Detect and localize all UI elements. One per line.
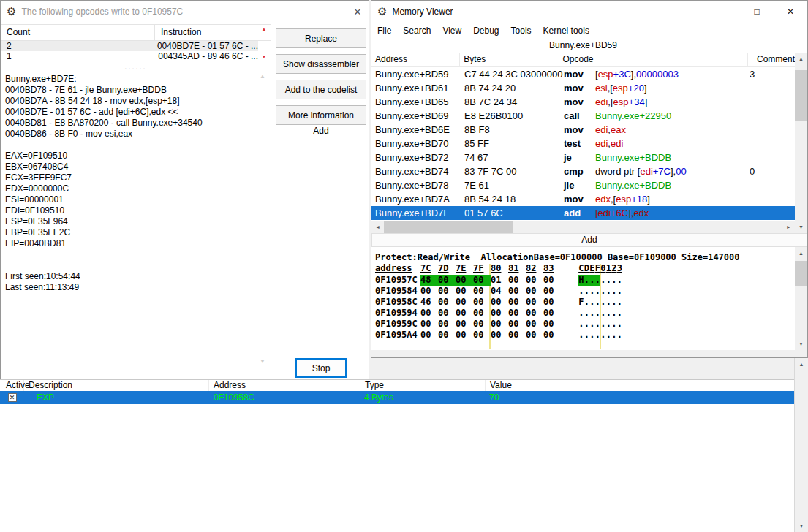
opcode-list-row[interactable]: 20040BD7E - 01 57 6C - ... xyxy=(1,41,258,51)
column-header-address[interactable]: Address xyxy=(371,53,460,66)
active-checkbox[interactable]: ✕ xyxy=(8,393,17,402)
opcode-list-row[interactable]: 1004345AD - 89 46 6C - ... xyxy=(1,51,258,61)
add-bar-button[interactable]: Add xyxy=(371,233,807,247)
hex-byte[interactable]: 00 xyxy=(491,297,508,308)
scroll-up-icon[interactable]: ▲ xyxy=(796,358,808,370)
hex-byte[interactable]: 00 xyxy=(473,319,491,330)
hex-byte[interactable]: 00 xyxy=(438,275,456,286)
hex-byte[interactable]: 00 xyxy=(526,297,543,308)
hex-byte[interactable]: 01 xyxy=(491,275,508,286)
maximize-icon[interactable]: □ xyxy=(740,1,774,23)
hex-byte[interactable]: 00 xyxy=(473,286,491,297)
hex-byte[interactable]: 00 xyxy=(456,275,473,286)
hex-byte[interactable]: 00 xyxy=(543,330,561,341)
menu-item-kernel-tools[interactable]: Kernel tools xyxy=(537,23,595,39)
hex-view[interactable]: Protect:Read/Write AllocationBase=0F1000… xyxy=(371,247,795,350)
hex-ascii[interactable]: ........ xyxy=(578,308,622,319)
hex-byte[interactable]: 00 xyxy=(508,286,526,297)
hex-ascii[interactable]: H....... xyxy=(578,275,622,286)
hex-byte[interactable]: 00 xyxy=(526,286,543,297)
hex-byte[interactable]: 48 xyxy=(420,275,438,286)
hex-byte[interactable]: 00 xyxy=(491,319,508,330)
close-icon[interactable]: ✕ xyxy=(774,1,807,23)
menu-item-view[interactable]: View xyxy=(437,23,467,39)
hex-byte[interactable]: 00 xyxy=(491,330,508,341)
main-list-scrollbar[interactable]: ▲ ▼ xyxy=(794,358,808,532)
column-header-instruction[interactable]: Instruction xyxy=(154,25,271,40)
hex-byte[interactable]: 04 xyxy=(491,286,508,297)
hex-byte[interactable]: 00 xyxy=(456,308,473,319)
hex-byte[interactable]: 00 xyxy=(473,275,491,286)
disasm-horizontal-scrollbar[interactable]: ◄ ► xyxy=(371,221,795,233)
hex-byte[interactable]: 00 xyxy=(473,297,491,308)
column-header-type[interactable]: Type xyxy=(360,380,486,391)
hex-ascii[interactable]: ........ xyxy=(578,330,622,341)
column-header-comment[interactable]: Comment xyxy=(748,53,795,66)
show-disassembler-button[interactable]: Show disassembler xyxy=(276,54,366,74)
scroll-down-icon[interactable]: ▼ xyxy=(795,338,807,350)
disasm-row[interactable]: Bunny.exe+BD69E8 E26B0100callBunny.exe+2… xyxy=(371,109,795,123)
hex-byte[interactable]: 00 xyxy=(526,330,543,341)
disasm-row[interactable]: Bunny.exe+BD59C7 44 24 3C 03000000mov[es… xyxy=(371,67,795,81)
column-header-count[interactable]: Count xyxy=(1,25,154,40)
disasm-row[interactable]: Bunny.exe+BD6E8B F8movedi,eax xyxy=(371,123,795,137)
disasm-row[interactable]: Bunny.exe+BD7085 FFtestedi,edi xyxy=(371,137,795,151)
disasm-row[interactable]: Bunny.exe+BD787E 61jleBunny.exe+BDDB xyxy=(371,178,795,192)
menu-item-search[interactable]: Search xyxy=(397,23,437,39)
hex-byte[interactable]: 00 xyxy=(438,330,456,341)
hex-byte[interactable]: 00 xyxy=(543,297,561,308)
scrollbar-thumb[interactable] xyxy=(384,221,513,233)
opcode-table-scrollbar[interactable]: ▲ ▼ xyxy=(258,26,270,61)
scrollbar-thumb[interactable] xyxy=(795,261,807,286)
hex-byte[interactable]: 00 xyxy=(508,330,526,341)
hex-byte[interactable]: 00 xyxy=(543,319,561,330)
scrollbar-thumb[interactable] xyxy=(795,70,807,121)
scroll-down-icon[interactable]: ▼ xyxy=(796,520,808,532)
hex-byte[interactable]: 00 xyxy=(526,275,543,286)
scroll-up-icon[interactable]: ▲ xyxy=(795,53,807,65)
add-to-codelist-button[interactable]: Add to the codelist xyxy=(276,80,366,99)
hex-ascii[interactable]: F....... xyxy=(578,297,622,308)
address-list-row[interactable]: ✕ EXP 0F10958C 4 Bytes 70 xyxy=(0,391,794,404)
hex-byte[interactable]: 00 xyxy=(508,319,526,330)
close-icon[interactable]: ✕ xyxy=(347,1,369,23)
column-header-description[interactable]: Description xyxy=(24,380,209,391)
disasm-row[interactable]: Bunny.exe+BD618B 74 24 20movesi,[esp+20] xyxy=(371,81,795,95)
scroll-up-icon[interactable]: ▲ xyxy=(262,26,267,33)
disasm-row[interactable]: Bunny.exe+BD7274 67jeBunny.exe+BDDB xyxy=(371,151,795,164)
scrollbar-track[interactable] xyxy=(384,221,782,233)
hex-byte[interactable]: 00 xyxy=(420,330,438,341)
detail-scroll-up-icon[interactable]: ▲ xyxy=(260,73,265,80)
hex-byte[interactable]: 00 xyxy=(438,297,456,308)
disasm-row[interactable]: Bunny.exe+BD7E01 57 6Cadd[edi+6C],edx xyxy=(371,206,795,220)
title-bar[interactable]: ⚙ Memory Viewer – □ ✕ xyxy=(371,1,807,23)
scroll-up-icon[interactable]: ▲ xyxy=(795,247,807,259)
disasm-row[interactable]: Bunny.exe+BD658B 7C 24 34movedi,[esp+34] xyxy=(371,95,795,109)
menu-item-tools[interactable]: Tools xyxy=(505,23,537,39)
hex-byte[interactable]: 00 xyxy=(420,286,438,297)
hex-byte[interactable]: 00 xyxy=(438,308,456,319)
hex-byte[interactable]: 00 xyxy=(420,319,438,330)
hex-byte[interactable]: 00 xyxy=(508,297,526,308)
title-bar[interactable]: ⚙ The following opcodes write to 0F10957… xyxy=(1,1,369,23)
minimize-icon[interactable]: – xyxy=(706,1,740,23)
hex-byte[interactable]: 00 xyxy=(526,308,543,319)
hex-byte[interactable]: 00 xyxy=(456,330,473,341)
replace-button[interactable]: Replace xyxy=(276,28,366,48)
disasm-row[interactable]: Bunny.exe+BD7A8B 54 24 18movedx,[esp+18] xyxy=(371,192,795,206)
hex-byte[interactable]: 00 xyxy=(473,330,491,341)
scroll-right-icon[interactable]: ► xyxy=(782,221,795,233)
column-header-value[interactable]: Value xyxy=(486,380,794,391)
hex-byte[interactable]: 00 xyxy=(456,297,473,308)
hex-byte[interactable]: 00 xyxy=(438,319,456,330)
column-header-active[interactable]: Active xyxy=(0,380,24,391)
hex-byte[interactable]: 00 xyxy=(508,308,526,319)
hex-byte[interactable]: 00 xyxy=(456,286,473,297)
splitter-handle[interactable]: ...... xyxy=(1,61,271,71)
column-header-address[interactable]: Address xyxy=(209,380,360,391)
hex-byte[interactable]: 00 xyxy=(491,308,508,319)
hex-byte[interactable]: 00 xyxy=(456,319,473,330)
hex-byte[interactable]: 00 xyxy=(420,308,438,319)
detail-scroll-down-icon[interactable]: ▼ xyxy=(260,358,265,365)
scroll-left-icon[interactable]: ◄ xyxy=(371,221,384,233)
